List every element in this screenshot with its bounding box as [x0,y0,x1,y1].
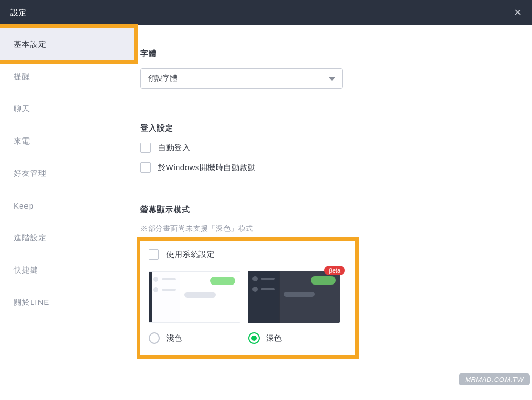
sidebar-item-label: Keep [14,201,34,210]
sidebar-item-label: 來電 [14,136,30,146]
theme-title: 螢幕顯示模式 [140,205,517,215]
chevron-down-icon [329,77,335,81]
titlebar: 設定 × [0,0,532,25]
light-preview-chat [180,272,240,322]
start-on-boot-row[interactable]: 於Windows開機時自動啟動 [140,162,517,173]
sidebar-item-label: 基本設定 [14,40,47,49]
content-panel: 字體 預設字體 登入設定 自動登入 於Windows開機時自動啟動 螢幕顯示模式… [134,25,532,400]
sidebar-item-advanced[interactable]: 進階設定 [0,222,134,254]
theme-cards: βeta [149,271,347,323]
auto-login-label: 自動登入 [158,143,190,153]
sidebar-item-chat[interactable]: 聊天 [0,93,134,125]
sidebar-item-label: 聊天 [14,104,30,114]
start-on-boot-label: 於Windows開機時自動啟動 [158,163,256,173]
main-area: 基本設定 提醒 聊天 來電 好友管理 Keep 進階設定 快捷鍵 關於LINE … [0,25,532,400]
close-icon[interactable]: × [514,7,522,18]
theme-section: 螢幕顯示模式 ※部分畫面尚未支援「深色」模式 使用系統設定 [140,205,517,355]
use-system-row[interactable]: 使用系統設定 [149,249,347,260]
sidebar-item-label: 進階設定 [14,233,47,243]
sidebar-item-notifications[interactable]: 提醒 [0,60,134,93]
sidebar-item-shortcuts[interactable]: 快捷鍵 [0,254,134,286]
theme-card-dark[interactable]: βeta [248,271,340,323]
theme-radio-row: 淺色 深色 [149,332,347,344]
checkbox-auto-login[interactable] [140,143,151,153]
checkbox-start-on-boot[interactable] [140,162,151,173]
theme-options-block: 使用系統設定 βeta [140,241,355,355]
font-select[interactable]: 預設字體 [140,68,343,89]
radio-icon-dark[interactable] [248,332,260,344]
sidebar-item-label: 快捷鍵 [14,265,38,275]
light-preview-sidebar [149,272,180,322]
dark-preview-sidebar [248,271,280,323]
sidebar-item-label: 好友管理 [14,169,47,178]
sidebar-item-label: 關於LINE [14,298,49,307]
radio-light-label: 淺色 [166,333,182,343]
sidebar-item-label: 提醒 [14,72,30,82]
beta-badge: βeta [324,266,345,275]
radio-dark-label: 深色 [266,333,282,343]
dark-preview-chat [280,271,340,323]
radio-light[interactable]: 淺色 [149,332,240,344]
sidebar-item-basic-settings[interactable]: 基本設定 [0,28,134,60]
sidebar-item-keep[interactable]: Keep [0,189,134,222]
font-section: 字體 預設字體 [140,49,517,89]
login-section: 登入設定 自動登入 於Windows開機時自動啟動 [140,123,517,173]
sidebar: 基本設定 提醒 聊天 來電 好友管理 Keep 進階設定 快捷鍵 關於LINE [0,25,134,400]
use-system-label: 使用系統設定 [166,250,215,260]
checkbox-use-system[interactable] [149,249,159,260]
radio-dark[interactable]: 深色 [248,332,340,344]
font-selected-value: 預設字體 [148,74,177,83]
watermark: MRMAD.COM.TW [459,373,530,385]
theme-hint: ※部分畫面尚未支援「深色」模式 [140,224,517,234]
sidebar-item-friends[interactable]: 好友管理 [0,157,134,189]
window-title: 設定 [10,8,27,18]
login-title: 登入設定 [140,123,517,133]
sidebar-item-about[interactable]: 關於LINE [0,286,134,318]
radio-icon-light[interactable] [149,332,160,344]
auto-login-row[interactable]: 自動登入 [140,143,517,153]
font-title: 字體 [140,49,517,59]
sidebar-item-calls[interactable]: 來電 [0,125,134,157]
theme-card-light[interactable] [149,271,240,323]
